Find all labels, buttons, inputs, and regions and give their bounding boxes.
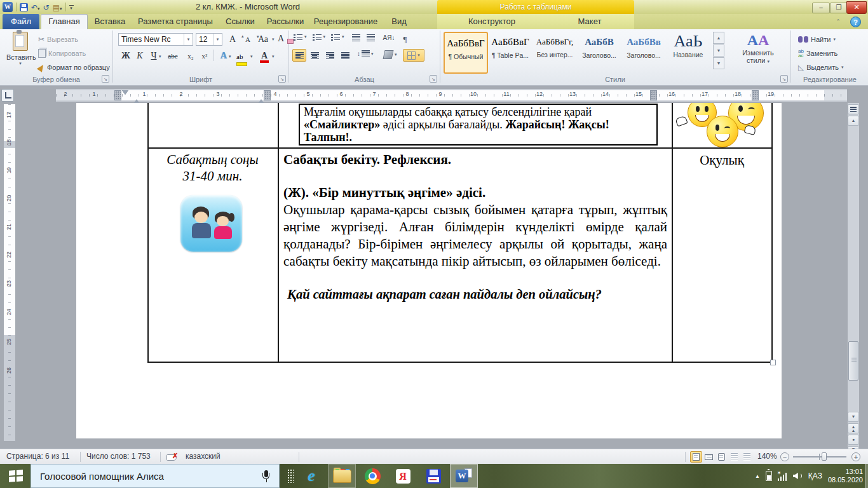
font-name-combo[interactable]: Times New Rc ▾ xyxy=(118,33,193,46)
show-desktop-button[interactable] xyxy=(865,464,868,488)
font-color-button[interactable]: А xyxy=(258,50,271,63)
style-no-spacing[interactable]: АаБбВвГг, Без интер... xyxy=(534,32,576,71)
scrollbar-thumb[interactable] xyxy=(848,341,858,381)
keyboard-language[interactable]: ҚАЗ xyxy=(808,471,822,480)
clipboard-dialog-launcher[interactable]: ↘ xyxy=(102,75,109,83)
multilevel-list-icon[interactable] xyxy=(331,34,340,41)
select-button[interactable]: ◺ Выделить ▾ xyxy=(798,61,844,74)
save-utility-button[interactable] xyxy=(419,464,447,488)
sort-icon[interactable]: АЯ↓ xyxy=(383,34,395,44)
superscript-button[interactable]: x² xyxy=(198,50,211,62)
collapse-ribbon-icon[interactable]: ⌃ xyxy=(834,18,843,25)
style-normal[interactable]: АаБбВвГ ¶ Обычный xyxy=(444,32,488,74)
styles-scroll-down[interactable]: ▼ xyxy=(713,44,724,57)
styles-dialog-launcher[interactable]: ↘ xyxy=(780,75,788,83)
redo-icon[interactable]: ↺ xyxy=(43,1,50,13)
web-layout-view-button[interactable] xyxy=(715,451,728,463)
increase-indent-icon[interactable] xyxy=(367,34,375,41)
tab-table-design[interactable]: Конструктор xyxy=(440,14,544,29)
bold-button[interactable]: Ж xyxy=(119,50,132,62)
spellcheck-icon[interactable]: ✗ xyxy=(166,453,178,461)
align-justify-button[interactable] xyxy=(338,49,352,62)
format-painter-button[interactable]: Формат по образцу xyxy=(38,61,110,74)
tray-expand-icon[interactable]: ▲ xyxy=(755,473,760,479)
align-center-button[interactable] xyxy=(308,49,322,62)
font-color-chevron-icon[interactable]: ▾ xyxy=(272,54,275,59)
chrome-button[interactable] xyxy=(358,464,386,488)
save-icon[interactable] xyxy=(20,3,28,11)
paste-button[interactable]: Вставить ▾ xyxy=(6,32,34,66)
first-line-indent-marker[interactable] xyxy=(122,90,128,95)
undo-icon[interactable]: ↶▾ xyxy=(31,1,40,13)
paste-special-icon[interactable]: ▤▾ xyxy=(53,1,62,13)
restore-button[interactable]: ❐ xyxy=(830,3,848,13)
word-taskbar-button[interactable]: W xyxy=(450,464,478,488)
table-column-marker[interactable] xyxy=(264,90,271,100)
table-resize-handle[interactable] xyxy=(770,360,776,365)
tab-file[interactable]: Файл xyxy=(3,14,39,29)
table-column-marker[interactable] xyxy=(114,90,121,100)
tab-selector-button[interactable] xyxy=(1,89,14,102)
battery-icon[interactable] xyxy=(766,471,772,481)
winking-smiley-image[interactable] xyxy=(707,116,738,147)
draft-view-button[interactable] xyxy=(741,451,753,463)
align-left-button[interactable] xyxy=(292,49,306,62)
content-cell[interactable]: Сабақты бекіту. Рефлексия. (Ж). «Бір мин… xyxy=(283,151,667,303)
volume-icon[interactable] xyxy=(793,471,803,480)
document-page[interactable]: Мұғалім оқушыларды сабаққа қатысу белсен… xyxy=(76,103,782,438)
style-table-paragraph[interactable]: АаБбВвГ ¶ Table Pa... xyxy=(489,32,531,71)
yandex-browser-button[interactable]: Я xyxy=(389,464,417,488)
decrease-indent-icon[interactable] xyxy=(352,34,360,41)
ruler-toggle-button[interactable] xyxy=(848,104,859,114)
font-size-combo[interactable]: 12 ▾ xyxy=(196,33,222,46)
word-count[interactable]: Число слов: 1 753 xyxy=(86,452,151,461)
stage-cell[interactable]: Сабақтың соңы 31-40 мин. xyxy=(150,151,275,184)
start-button[interactable] xyxy=(0,464,31,488)
zoom-level[interactable]: 140% xyxy=(757,452,777,461)
previous-page-button[interactable]: ▲▲ xyxy=(848,423,859,433)
zoom-slider-track[interactable] xyxy=(793,456,846,458)
clock[interactable]: 13:01 08.05.2020 xyxy=(828,468,863,484)
horizontal-ruler[interactable]: 2112345678910111213141516171819 xyxy=(56,89,847,102)
help-icon[interactable]: ? xyxy=(850,17,861,27)
vertical-ruler[interactable]: 17181920212223242526 xyxy=(4,104,15,441)
change-case-button[interactable]: Аа▾ xyxy=(257,33,275,46)
microphone-icon[interactable] xyxy=(262,470,270,483)
minimize-button[interactable]: – xyxy=(812,3,830,13)
find-button[interactable]: Найти ▾ xyxy=(798,33,836,46)
italic-button[interactable]: К xyxy=(133,50,146,62)
select-browse-object-button[interactable]: ● xyxy=(848,435,859,445)
pilcrow-icon[interactable]: ¶ xyxy=(403,34,407,44)
change-styles-button[interactable]: АА Изменить стили ▾ xyxy=(728,32,788,64)
replace-button[interactable]: abac Заменить xyxy=(798,47,837,60)
style-title[interactable]: АаЬ Название xyxy=(667,32,709,71)
text-effects-chevron-icon[interactable]: ▾ xyxy=(229,54,231,59)
fullscreen-reading-view-button[interactable] xyxy=(703,451,715,463)
scroll-down-arrow[interactable]: ▼ xyxy=(848,412,859,422)
numbered-list-icon[interactable] xyxy=(313,34,322,41)
borders-button[interactable]: ▾ xyxy=(403,49,424,62)
line-spacing-button[interactable]: ↕ ▾ xyxy=(357,50,374,57)
customize-qat-icon[interactable]: ▾ xyxy=(69,5,74,10)
tab-table-layout[interactable]: Макет xyxy=(546,14,633,29)
outline-view-button[interactable] xyxy=(728,451,740,463)
network-signal-icon[interactable]: ✶ xyxy=(778,471,787,481)
table-column-marker[interactable] xyxy=(650,90,657,100)
copy-button[interactable]: Копировать xyxy=(38,47,86,60)
vertical-scrollbar[interactable]: ▲ ▼ ▲▲ ● ▼▼ xyxy=(848,103,859,449)
zoom-out-button[interactable]: − xyxy=(780,452,789,461)
pair-work-image[interactable] xyxy=(180,195,242,252)
word-app-icon[interactable]: W xyxy=(3,2,13,12)
internet-explorer-button[interactable]: e xyxy=(297,464,325,488)
text-effects-button[interactable]: А xyxy=(217,50,230,62)
close-button[interactable]: ✕ xyxy=(846,1,867,14)
underline-chevron-icon[interactable]: ▾ xyxy=(159,54,161,59)
print-layout-view-button[interactable] xyxy=(690,451,702,463)
underline-button[interactable]: Ч xyxy=(147,50,160,62)
zoom-slider-thumb[interactable] xyxy=(822,452,827,461)
paragraph-dialog-launcher[interactable]: ↘ xyxy=(430,75,437,83)
zoom-in-button[interactable]: + xyxy=(851,452,860,461)
strikethrough-button[interactable]: abc xyxy=(166,50,179,62)
align-right-button[interactable] xyxy=(323,49,337,62)
highlight-button[interactable]: ab xyxy=(236,50,247,66)
